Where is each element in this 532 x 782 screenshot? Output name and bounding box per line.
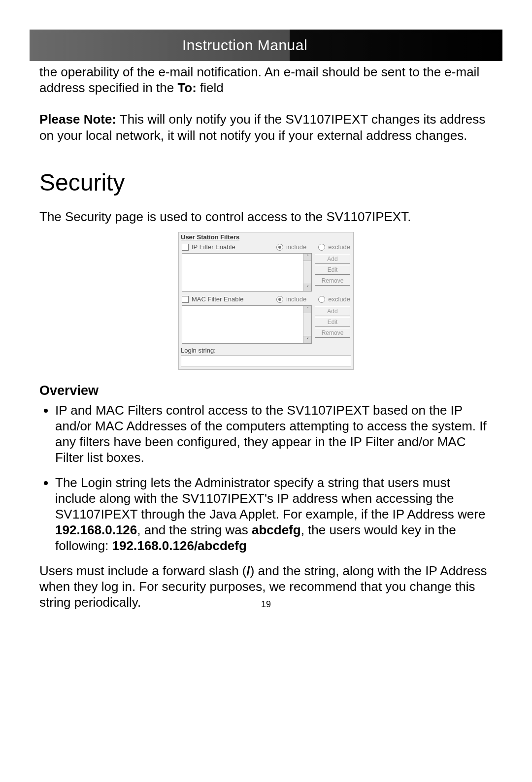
mac-include-label: include [286,295,306,303]
please-note-label: Please Note: [39,112,116,127]
mac-exclude-radio[interactable] [318,296,325,303]
manual-page: Instruction Manual the operability of th… [0,0,532,782]
ip-exclude-label: exclude [328,243,350,251]
ip-edit-button[interactable]: Edit [315,265,350,275]
security-heading: Security [39,168,493,197]
intro-text: the operability of the e-mail notificati… [39,65,479,95]
to-label: To: [177,80,197,95]
overview-heading: Overview [39,383,493,399]
login-string-row: Login string: [179,347,353,369]
mac-listbox-scrollbar[interactable]: ˄ ˅ [303,306,311,343]
b2-a: The Login string lets the Administrator … [55,475,485,521]
mac-filter-section: MAC Filter Enable include exclude ˄ ˅ [179,294,353,347]
login-string-input[interactable] [181,356,351,366]
header-title: Instruction Manual [182,37,307,54]
ip-include-radio[interactable] [276,244,283,251]
ip-filter-enable-label: IP Filter Enable [192,243,235,251]
page-body: the operability of the e-mail notificati… [39,64,493,612]
slash: / [246,563,250,578]
intro-paragraph-1: the operability of the e-mail notificati… [39,64,493,96]
overview-list: IP and MAC Filters control access to the… [39,402,493,554]
please-note-paragraph: Please Note: This will only notify you i… [39,111,493,143]
full-example: 192.168.0.126/abcdefg [112,538,247,553]
mac-filter-listbox[interactable]: ˄ ˅ [182,305,312,344]
ip-exclude-radio[interactable] [318,244,325,251]
page-number: 19 [0,599,532,610]
mac-add-button[interactable]: Add [315,306,350,316]
scroll-down-icon[interactable]: ˅ [303,284,311,291]
header-bar: Instruction Manual [30,30,502,61]
overview-bullet-2: The Login string lets the Administrator … [55,475,493,554]
mac-exclude-label: exclude [328,295,350,303]
ip-filter-section: IP Filter Enable include exclude ˄ ˅ [179,242,353,294]
scroll-up-icon[interactable]: ˄ [303,254,311,261]
login-string-label: Login string: [181,347,216,354]
mac-filter-enable-label: MAC Filter Enable [192,295,243,303]
ip-filter-enable-checkbox[interactable] [182,244,189,251]
str-example: abcdefg [252,522,301,537]
scroll-up-icon[interactable]: ˄ [303,306,311,313]
ip-filter-listbox[interactable]: ˄ ˅ [182,253,312,292]
mac-remove-button[interactable]: Remove [315,328,350,338]
mac-edit-button[interactable]: Edit [315,317,350,327]
intro-tail: field [197,80,224,95]
ip-remove-button[interactable]: Remove [315,276,350,286]
mac-include-radio[interactable] [276,296,283,303]
security-intro: The Security page is used to control acc… [39,209,493,225]
b2-b: , and the string was [137,522,252,537]
mac-filter-enable-checkbox[interactable] [182,296,189,303]
ip-include-label: include [286,243,306,251]
ip-add-button[interactable]: Add [315,254,350,264]
scroll-down-icon[interactable]: ˅ [303,336,311,343]
ip-listbox-scrollbar[interactable]: ˄ ˅ [303,254,311,291]
user-station-filters-panel: User Station Filters IP Filter Enable in… [178,232,354,370]
usf-title: User Station Filters [179,232,353,242]
trail-a: Users must include a forward slash ( [39,563,246,578]
overview-bullet-1: IP and MAC Filters control access to the… [55,402,493,466]
ip-example: 192.168.0.126 [55,522,137,537]
